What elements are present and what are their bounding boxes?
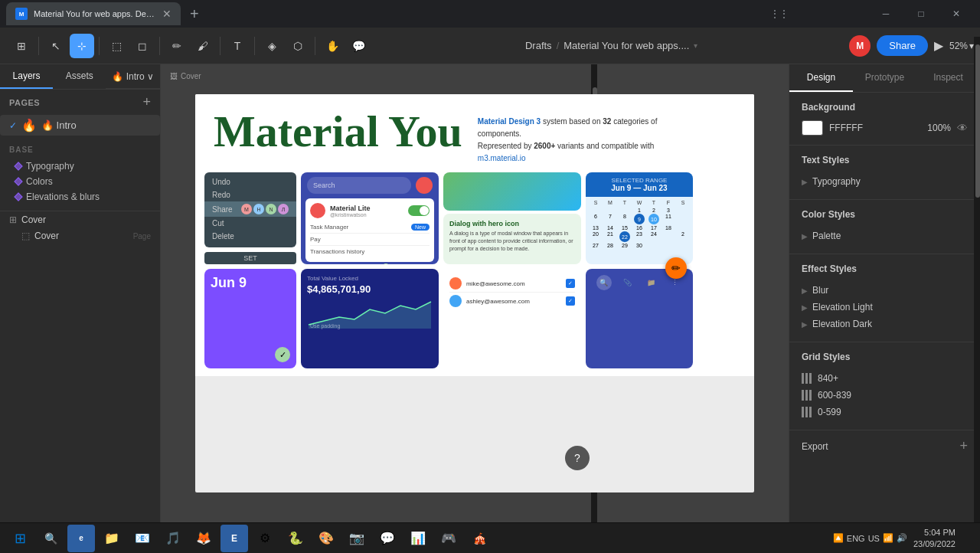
slice-tool[interactable]: ◻: [130, 34, 155, 58]
app-toolbar: ⊞ ↖ ⊹ ⬚ ◻ ✏ 🖌 T ◈ ⬡ ✋ 💬 Drafts / Materia…: [0, 28, 980, 64]
taskbar-icon-12[interactable]: 📊: [404, 525, 432, 552]
cal-d: 23: [632, 231, 646, 242]
pen-tool[interactable]: ✏: [165, 34, 189, 58]
elevation-light-effect-item[interactable]: ▶ Elevation Light: [802, 299, 968, 316]
app-avatar: [310, 203, 325, 218]
page-item-intro[interactable]: ✓ 🔥 🔥 Intro: [0, 115, 160, 136]
tab-inspect[interactable]: Inspect: [916, 64, 980, 92]
export-section: Export +: [789, 430, 980, 462]
tab-assets[interactable]: Assets: [53, 64, 106, 89]
maximize-button[interactable]: □: [903, 0, 939, 28]
browser-menu-icon[interactable]: ⋮⋮: [767, 2, 792, 26]
taskbar-icon-13[interactable]: 🎮: [435, 525, 462, 552]
palette-style-item[interactable]: ▶ Palette: [802, 227, 968, 244]
app-card: Search Material Lite @kristinwatson: [301, 172, 439, 264]
component-set-tool[interactable]: ⬡: [286, 34, 310, 58]
divider5: [254, 37, 255, 55]
taskbar-icon-8[interactable]: 🐍: [282, 525, 309, 552]
user-avatar[interactable]: M: [849, 35, 871, 57]
grid-600[interactable]: 600-839: [802, 387, 968, 404]
right-panel-scrollbar[interactable]: [974, 64, 980, 522]
tree-item-elevations[interactable]: Elevations & blurs: [0, 189, 160, 205]
tab-prototype[interactable]: Prototype: [853, 64, 916, 92]
elevation-light-arrow-icon: ▶: [802, 303, 808, 312]
tree-item-typography[interactable]: Typography: [0, 159, 160, 174]
cal-header: SELECTED RANGE Jun 9 — Jun 23: [586, 172, 693, 197]
breadcrumb-drafts[interactable]: Drafts: [525, 40, 552, 51]
taskbar-icon-10[interactable]: 📷: [343, 525, 371, 552]
search-button[interactable]: 🔍: [37, 525, 64, 552]
grid-840[interactable]: 840+: [802, 370, 968, 387]
bg-color-swatch[interactable]: [802, 120, 823, 136]
search-placeholder: Search: [313, 182, 335, 189]
taskbar-icon-9[interactable]: 🎨: [312, 525, 340, 552]
zoom-control[interactable]: 52%▾: [949, 41, 974, 51]
close-button[interactable]: ✕: [939, 0, 974, 28]
cal-d: 18: [662, 225, 675, 231]
taskbar-icon-1[interactable]: e: [67, 525, 95, 552]
effect-styles-title: Effect Styles: [802, 263, 968, 274]
taskbar-icon-3[interactable]: 📧: [129, 525, 156, 552]
taskbar-icon-5[interactable]: 🦊: [190, 525, 217, 552]
blur-arrow-icon: ▶: [802, 286, 808, 295]
minimize-button[interactable]: ─: [868, 0, 903, 28]
right-scroll-thumb[interactable]: [975, 64, 980, 198]
taskbar-icon-2[interactable]: 📁: [98, 525, 126, 552]
canvas-area[interactable]: 🖼 Cover Material You Material Design 3 s…: [161, 64, 789, 522]
tab-layers[interactable]: Layers: [0, 64, 53, 89]
taskbar-icon-6[interactable]: E: [220, 525, 248, 552]
elevation-dark-arrow-icon: ▶: [802, 320, 808, 329]
tab-close-button[interactable]: ✕: [162, 8, 172, 20]
taskbar-icon-4[interactable]: 🎵: [159, 525, 187, 552]
tab-design[interactable]: Design: [789, 64, 853, 92]
cal-d: 28: [603, 243, 617, 248]
base-section-header: BASE: [0, 136, 160, 159]
hand-tool[interactable]: ✋: [320, 34, 345, 58]
share-button[interactable]: Share: [877, 35, 928, 56]
text-tool[interactable]: T: [225, 34, 250, 58]
pay-row: Pay: [310, 234, 430, 246]
fab-button[interactable]: ✏: [665, 257, 687, 279]
elevation-dark-effect-item[interactable]: ▶ Elevation Dark: [802, 316, 968, 332]
cal-sun: S: [589, 200, 603, 205]
eye-icon[interactable]: 👁: [957, 122, 968, 134]
tree-item-colors[interactable]: Colors: [0, 174, 160, 189]
main-menu-button[interactable]: ⊞: [9, 34, 34, 58]
select-tool[interactable]: ⊹: [70, 34, 94, 58]
layer-cover-sub[interactable]: ⬚ Cover Page: [0, 228, 160, 244]
right-panel: Design Prototype Inspect Background FFFF…: [789, 64, 980, 522]
grid-0[interactable]: 0-599: [802, 404, 968, 420]
variants-count: 2600+: [534, 142, 555, 150]
help-button[interactable]: ?: [565, 446, 590, 470]
present-button[interactable]: ▶: [934, 38, 943, 53]
add-page-button[interactable]: +: [142, 94, 151, 110]
breadcrumb-chevron-icon[interactable]: ▾: [694, 41, 697, 50]
browser-tab[interactable]: M Material You for web apps. Desktop & m…: [6, 2, 181, 25]
window-controls: ⋮⋮ ─ □ ✕: [767, 0, 974, 28]
effect-styles-section: Effect Styles ▶ Blur ▶ Elevation Light ▶…: [789, 254, 980, 342]
export-add-button[interactable]: +: [959, 438, 968, 454]
comment-tool[interactable]: 💬: [346, 34, 371, 58]
blur-effect-item[interactable]: ▶ Blur: [802, 282, 968, 299]
new-tab-button[interactable]: +: [187, 2, 202, 26]
layer-cover-main[interactable]: ⊞ Cover: [0, 211, 160, 228]
tab-title: Material You for web apps. Desktop & m..…: [34, 9, 156, 18]
move-tool[interactable]: ↖: [44, 34, 68, 58]
intro-tab[interactable]: 🔥 Intro ∨: [106, 64, 160, 89]
tray-icons: 🔼 ENG US 📶 🔊: [833, 533, 907, 543]
frame-tool[interactable]: ⬚: [104, 34, 129, 58]
cal-d: [589, 208, 603, 213]
cover-text-label: Cover: [181, 72, 201, 80]
start-button[interactable]: ⊞: [6, 525, 34, 552]
paint-tool[interactable]: 🖌: [191, 34, 215, 58]
taskbar-icon-11[interactable]: 💬: [374, 525, 401, 552]
dialog-text: A dialog is a type of modal window that …: [449, 230, 575, 252]
taskbar-icon-7[interactable]: ⚙: [251, 525, 279, 552]
elevation-dark-label: Elevation Dark: [812, 319, 872, 329]
component-tool[interactable]: ◈: [260, 34, 284, 58]
typography-style-item[interactable]: ▶ Typography: [802, 173, 968, 190]
export-label: Export: [802, 441, 828, 452]
app-sub: @kristinwatson: [330, 212, 371, 218]
cal-d: 29: [618, 243, 632, 248]
taskbar-icon-14[interactable]: 🎪: [466, 525, 493, 552]
